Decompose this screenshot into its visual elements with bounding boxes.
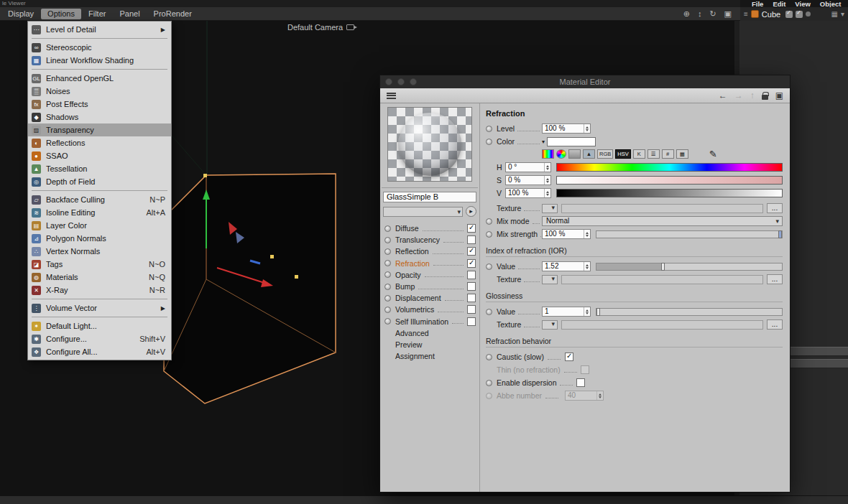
layer-grid-icon[interactable]: ▦ — [831, 10, 838, 18]
texture-field[interactable] — [561, 204, 763, 213]
glossiness-texture-browse-button[interactable]: ... — [767, 319, 783, 330]
dolly-icon[interactable]: ↕ — [698, 8, 702, 19]
color-wheel-icon[interactable] — [556, 149, 566, 159]
channel-checkbox-volumetrics[interactable] — [467, 305, 476, 314]
menu-item-enhanced-opengl[interactable]: GLEnhanced OpenGL — [28, 72, 171, 85]
menu-item-reflections[interactable]: ◐Reflections — [28, 136, 171, 149]
slider-handle[interactable] — [778, 230, 782, 238]
table-icon[interactable]: ▦ — [676, 149, 688, 159]
menu-item-noises[interactable]: ▒Noises — [28, 85, 171, 98]
menu-item-shadows[interactable]: ◆Shadows — [28, 111, 171, 123]
spectrum-icon[interactable] — [542, 149, 554, 159]
image-icon[interactable]: ▲ — [583, 149, 595, 159]
value-gradient-slider[interactable] — [556, 189, 783, 197]
channel-checkbox-opacity[interactable] — [467, 271, 476, 279]
menu-item-polygon-normals[interactable]: ⊿Polygon Normals — [28, 232, 171, 245]
menu-item-level-of-detail[interactable]: ⋯Level of Detail▶ — [28, 23, 171, 36]
channel-checkbox-refraction[interactable] — [467, 259, 476, 268]
caustic-checkbox[interactable] — [565, 353, 573, 361]
channel-row-refraction[interactable]: Refraction — [382, 258, 478, 269]
camera-label[interactable]: Default Camera — [287, 23, 354, 32]
channel-label[interactable]: Displacement — [395, 294, 441, 302]
vertex-handle[interactable] — [203, 174, 207, 177]
animation-dot-icon[interactable] — [486, 231, 492, 238]
channel-row-self-illumination[interactable]: Self Illumination — [382, 316, 478, 327]
channel-label[interactable]: Opacity — [395, 271, 421, 279]
channel-label[interactable]: Refraction — [395, 259, 430, 268]
saturation-spinner[interactable]: 0 % — [505, 175, 551, 185]
spinner-arrows-icon[interactable] — [544, 189, 550, 197]
animation-dot-icon[interactable] — [486, 218, 492, 225]
grayscale-icon[interactable] — [568, 149, 581, 159]
animation-dot-icon[interactable] — [384, 318, 391, 325]
cube-object[interactable] — [164, 174, 336, 403]
menubar-item-object[interactable]: Object — [820, 0, 842, 7]
menu-item-isoline-editing[interactable]: ≋Isoline EditingAlt+A — [28, 206, 171, 219]
channel-checkbox-self-illumination[interactable] — [467, 317, 476, 326]
animation-dot-icon[interactable] — [486, 309, 492, 315]
animation-dot-icon[interactable] — [384, 284, 391, 290]
value-spinner[interactable]: 100 % — [505, 188, 551, 198]
page-item-advanced[interactable]: Advanced — [382, 327, 478, 339]
level-spinner[interactable]: 100 % — [542, 123, 591, 134]
menu-item-linear-workflow-shading[interactable]: ▦Linear Workflow Shading — [28, 54, 171, 67]
channel-row-reflection[interactable]: Reflection — [382, 246, 478, 257]
viewport-menu-panel[interactable]: Panel — [113, 9, 146, 19]
animation-dot-icon[interactable] — [384, 295, 391, 302]
menu-icon[interactable] — [387, 93, 396, 99]
animation-dot-icon[interactable] — [486, 139, 492, 145]
channel-checkbox-diffuse[interactable] — [467, 224, 476, 233]
toggle-view-icon[interactable]: ▣ — [724, 8, 732, 19]
menu-item-volume-vector[interactable]: ⋮Volume Vector▶ — [28, 302, 171, 314]
menubar-item-edit[interactable]: Edit — [773, 0, 785, 7]
glossiness-texture-field[interactable] — [561, 320, 763, 330]
spinner-arrows-icon[interactable] — [544, 163, 550, 172]
ior-texture-field[interactable] — [561, 275, 763, 284]
spinner-arrows-icon[interactable] — [584, 307, 590, 316]
material-editor-window[interactable]: Material Editor ← → ↑ ▣ GlassSimple B Di… — [379, 75, 791, 493]
page-item-assignment[interactable]: Assignment — [382, 350, 478, 362]
channel-label[interactable]: Diffuse — [395, 224, 419, 233]
texture-browse-button[interactable]: ... — [767, 203, 783, 213]
up-icon[interactable]: ↑ — [750, 90, 755, 101]
pan-icon[interactable]: ⊕ — [683, 8, 690, 19]
forward-icon[interactable]: → — [734, 90, 743, 101]
object-manager-row[interactable]: ≡ Cube ▦ ▾ — [740, 7, 848, 22]
hue-spinner[interactable]: 0 ° — [505, 162, 551, 172]
rotate-icon[interactable]: ↻ — [709, 8, 716, 19]
object-manager-menu-icon[interactable]: ≡ — [744, 10, 748, 18]
menu-item-post-effects[interactable]: fxPost Effects — [28, 98, 171, 111]
hue-gradient-slider[interactable] — [556, 163, 783, 172]
channel-row-volumetrics[interactable]: Volumetrics — [382, 304, 478, 315]
viewport-menu-prorender[interactable]: ProRender — [147, 9, 198, 19]
animation-dot-icon[interactable] — [384, 237, 391, 243]
animation-dot-icon[interactable] — [486, 126, 492, 132]
mix-strength-slider[interactable] — [596, 230, 783, 238]
animation-dot-icon[interactable] — [486, 354, 492, 360]
channel-checkbox-bump[interactable] — [467, 282, 476, 291]
popout-icon[interactable]: ▣ — [775, 90, 783, 101]
channel-label[interactable]: Self Illumination — [395, 317, 448, 326]
channel-label[interactable]: Translucency — [395, 235, 440, 244]
animation-dot-icon[interactable] — [486, 263, 492, 270]
spinner-arrows-icon[interactable] — [584, 230, 590, 238]
menu-item-backface-culling[interactable]: ▱Backface CullingN~P — [28, 193, 171, 206]
channel-checkbox-reflection[interactable] — [467, 247, 476, 256]
animation-dot-icon[interactable] — [384, 248, 391, 255]
mix-strength-spinner[interactable]: 100 % — [542, 229, 591, 239]
menubar-item-view[interactable]: View — [795, 0, 810, 7]
preset-menu-button[interactable] — [466, 206, 476, 217]
object-render-toggle[interactable] — [796, 11, 803, 18]
ior-texture-dropdown[interactable] — [542, 275, 558, 284]
object-name[interactable]: Cube — [762, 10, 780, 19]
viewport-menu-options[interactable]: Options — [41, 9, 81, 19]
viewport-menu-filter[interactable]: Filter — [82, 9, 112, 19]
vertex-handle[interactable] — [295, 275, 298, 279]
channel-label[interactable]: Reflection — [395, 247, 429, 256]
menu-item-x-ray[interactable]: ✕X-RayN~R — [28, 284, 171, 297]
eyedropper-icon[interactable]: ✎ — [709, 149, 717, 159]
material-preview[interactable] — [387, 107, 472, 182]
menu-item-default-light[interactable]: ✶Default Light... — [28, 319, 171, 332]
glossiness-texture-dropdown[interactable] — [542, 320, 558, 330]
channel-checkbox-displacement[interactable] — [467, 294, 476, 302]
